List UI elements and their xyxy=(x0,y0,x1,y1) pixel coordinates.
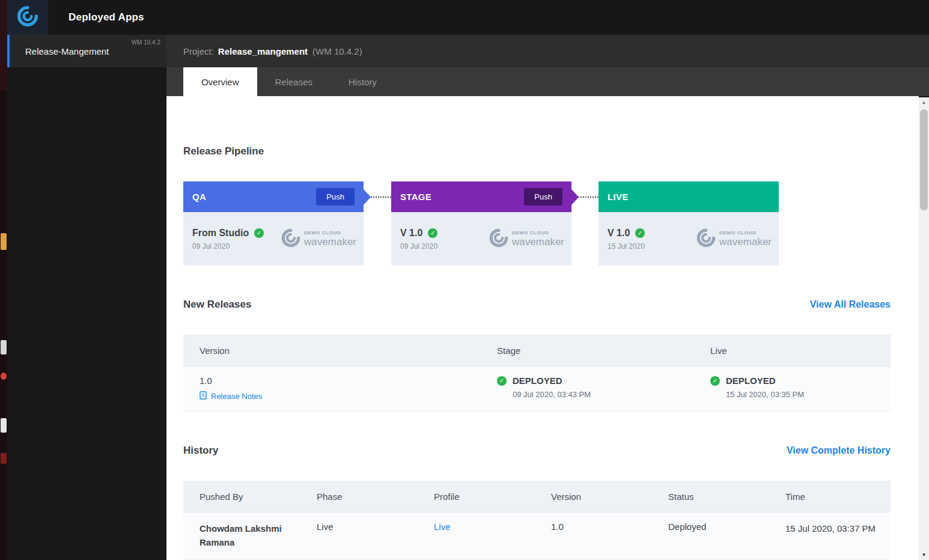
view-all-releases-link[interactable]: View All Releases xyxy=(810,299,891,310)
history-table-header: Pushed By Phase Profile Version Status T… xyxy=(183,481,891,513)
demo-cloud-label: DEMO CLOUD xyxy=(512,230,564,236)
taskbar-icon-3[interactable] xyxy=(1,373,7,380)
stage-deploy-time: 09 Jul 2020, 03:43 PM xyxy=(513,390,694,399)
taskbar-icon-1[interactable] xyxy=(1,233,7,250)
column-stage: Stage xyxy=(481,345,694,356)
history-status: Deployed xyxy=(652,522,769,550)
tab-bar: Overview Releases History xyxy=(166,67,929,96)
success-check-icon: ✓ xyxy=(254,228,264,238)
column-version: Version xyxy=(535,492,652,502)
tab-releases[interactable]: Releases xyxy=(257,67,331,96)
tab-history[interactable]: History xyxy=(330,67,395,96)
edge-taskbar-strip xyxy=(0,0,7,560)
project-label: Project: xyxy=(183,46,214,56)
scrollbar-thumb[interactable] xyxy=(920,109,928,210)
wavemaker-label: wavemaker xyxy=(719,236,772,248)
tab-overview[interactable]: Overview xyxy=(183,67,257,96)
sidebar-item-version-badge: WM 10.4.2 xyxy=(132,39,160,46)
stage-stage-name: STAGE xyxy=(400,192,431,202)
sidebar: Release-Mangement WM 10.4.2 xyxy=(7,35,166,560)
taskbar-icon-2[interactable] xyxy=(1,340,7,355)
stage-header: STAGE Push xyxy=(391,181,571,212)
release-pipeline: QA Push From Studio ✓ 09 Jul 2020 xyxy=(183,181,919,266)
scroll-up-arrow-icon[interactable]: ▲ xyxy=(919,97,929,108)
wavemaker-cloud-logo: DEMO CLOUD wavemaker xyxy=(696,228,772,251)
history-version: 1.0 xyxy=(535,522,652,550)
demo-cloud-label: DEMO CLOUD xyxy=(719,230,772,236)
success-check-icon: ✓ xyxy=(428,228,437,238)
column-version: Version xyxy=(183,345,481,356)
stage-version: V 1.0 xyxy=(400,228,422,239)
wave-icon xyxy=(489,228,509,251)
qa-arrow-icon xyxy=(364,189,371,205)
column-pushed-by: Pushed By xyxy=(183,492,300,502)
qa-header: QA Push xyxy=(183,181,364,212)
release-notes-link[interactable]: Release Notes xyxy=(200,391,481,401)
new-releases-title: New Releases xyxy=(183,299,251,311)
wavemaker-cloud-logo: DEMO CLOUD wavemaker xyxy=(281,228,356,251)
overview-content: Release Pipeline QA Push From Studio ✓ xyxy=(166,96,919,560)
table-row: 1.0 Release Notes xyxy=(183,367,891,412)
scroll-down-arrow-icon[interactable]: ▼ xyxy=(919,550,929,560)
qa-stage-name: QA xyxy=(192,192,206,202)
wavemaker-logo-icon xyxy=(17,5,38,29)
topbar: Deployed Apps xyxy=(7,0,929,35)
history-table: Pushed By Phase Profile Version Status T… xyxy=(183,481,891,560)
demo-cloud-label: DEMO CLOUD xyxy=(304,230,356,236)
column-status: Status xyxy=(652,492,769,502)
live-card-body: V 1.0 ✓ 15 Jul 2020 xyxy=(599,212,779,266)
release-notes-label: Release Notes xyxy=(211,392,262,401)
page-title: Deployed Apps xyxy=(69,11,144,23)
wave-icon xyxy=(696,228,716,251)
live-version: V 1.0 xyxy=(608,228,630,239)
column-profile: Profile xyxy=(418,492,535,502)
live-header: LIVE xyxy=(599,181,779,212)
column-time: Time xyxy=(769,492,891,502)
column-live: Live xyxy=(694,345,891,356)
stage-date: 09 Jul 2020 xyxy=(400,242,437,251)
pipeline-connector-2 xyxy=(571,196,599,266)
pipeline-card-stage: STAGE Push V 1.0 ✓ 09 Jul 2020 xyxy=(391,181,571,266)
live-stage-name: LIVE xyxy=(608,192,629,202)
history-profile-link[interactable]: Live xyxy=(434,522,451,532)
main-panel: Project: Release_mangement (WM 10.4.2) O… xyxy=(166,35,929,560)
view-complete-history-link[interactable]: View Complete History xyxy=(787,445,891,456)
deployed-check-icon: ✓ xyxy=(710,376,720,386)
wave-icon xyxy=(281,228,301,251)
document-icon xyxy=(200,391,207,401)
new-releases-table: Version Stage Live 1.0 xyxy=(183,335,891,412)
pipeline-connector-1 xyxy=(364,196,391,266)
wavemaker-label: wavemaker xyxy=(512,236,564,248)
app-window: Deployed Apps Release-Mangement WM 10.4.… xyxy=(0,0,929,560)
taskbar-icon-5[interactable] xyxy=(1,453,7,464)
sidebar-item-release-mangement[interactable]: Release-Mangement WM 10.4.2 xyxy=(7,35,166,67)
stage-arrow-icon xyxy=(571,189,579,205)
wavemaker-cloud-logo: DEMO CLOUD wavemaker xyxy=(489,228,564,251)
column-phase: Phase xyxy=(300,492,418,502)
release-version: 1.0 xyxy=(200,376,481,386)
qa-card-body: From Studio ✓ 09 Jul 2020 xyxy=(183,212,364,266)
live-date: 15 Jul 2020 xyxy=(608,242,645,251)
wavemaker-label: wavemaker xyxy=(304,236,356,248)
history-title: History xyxy=(183,445,219,457)
qa-push-button[interactable]: Push xyxy=(316,188,355,205)
project-header: Project: Release_mangement (WM 10.4.2) xyxy=(166,35,929,67)
release-pipeline-title: Release Pipeline xyxy=(183,145,919,157)
new-releases-table-header: Version Stage Live xyxy=(183,335,891,367)
live-deploy-status: DEPLOYED xyxy=(726,376,776,386)
history-time: 15 Jul 2020, 03:37 PM xyxy=(785,522,891,535)
edge-strip-top xyxy=(0,0,7,90)
history-pushed-by: Chowdam Lakshmi Ramana xyxy=(200,522,299,550)
stage-push-button[interactable]: Push xyxy=(524,188,562,205)
new-releases-header: New Releases View All Releases xyxy=(183,299,919,311)
qa-date: 09 Jul 2020 xyxy=(192,242,264,251)
pipeline-card-live: LIVE V 1.0 ✓ 15 Jul 2020 xyxy=(599,181,779,266)
wavemaker-logo-tile[interactable] xyxy=(7,0,48,35)
project-name: Release_mangement xyxy=(218,46,308,56)
deployed-check-icon: ✓ xyxy=(497,376,507,386)
project-version: (WM 10.4.2) xyxy=(312,46,362,56)
history-section-header: History View Complete History xyxy=(183,445,919,457)
sidebar-item-label: Release-Mangement xyxy=(25,46,109,56)
taskbar-icon-4[interactable] xyxy=(1,418,7,433)
vertical-scrollbar[interactable]: ▲ ▼ xyxy=(919,97,929,560)
